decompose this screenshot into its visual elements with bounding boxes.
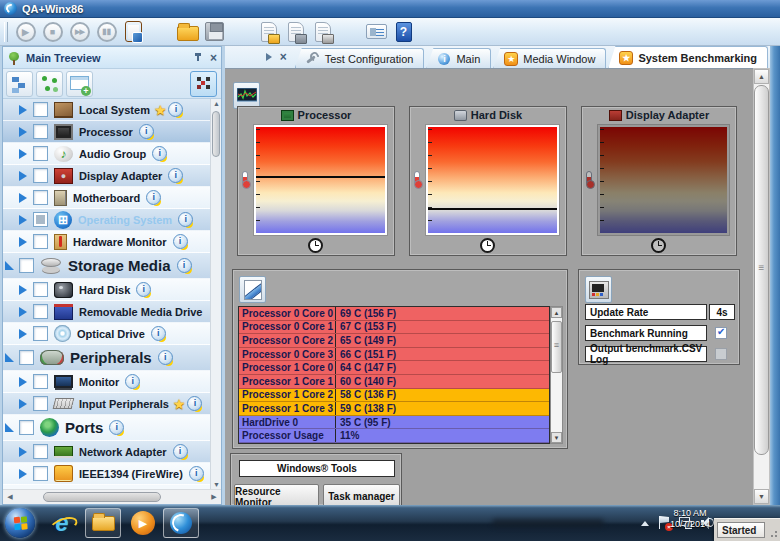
table-vertical-scrollbar[interactable]: ▲ ▼ (550, 306, 563, 444)
toolbar-grip[interactable] (4, 22, 8, 42)
tree-row[interactable]: Display Adapter (3, 165, 221, 187)
log-edit-button[interactable] (239, 276, 266, 303)
toolbar-button[interactable] (228, 19, 255, 45)
taskbar-clock[interactable]: 8:10 AM 10/7/2014 (670, 508, 710, 530)
benchmark-running-checkbox[interactable] (715, 327, 727, 339)
scroll-down-icon[interactable]: ▼ (754, 489, 769, 504)
tree-row[interactable]: Network Adapter (3, 441, 221, 463)
tab[interactable]: System Benchmarking (608, 46, 768, 68)
expand-arrow-icon[interactable] (19, 329, 28, 339)
toolbar-button[interactable]: ? (390, 19, 417, 45)
tree-checkbox[interactable] (33, 374, 48, 389)
expand-arrow-icon[interactable] (19, 447, 28, 457)
pin-icon[interactable] (192, 52, 204, 64)
toolbar-button[interactable]: ▮▮ (93, 19, 120, 45)
expand-arrow-icon[interactable] (19, 399, 28, 409)
taskbar-media-player[interactable]: ▶ (131, 511, 155, 535)
expand-arrow-icon[interactable] (5, 423, 14, 433)
tree-checkbox[interactable] (33, 234, 48, 249)
scroll-thumb[interactable] (43, 492, 161, 502)
expand-arrow-icon[interactable] (19, 149, 28, 159)
tree-checkbox[interactable] (33, 168, 48, 183)
scroll-thumb[interactable] (754, 85, 769, 455)
tree-row[interactable]: Operating System (3, 209, 221, 231)
show-hidden-icons[interactable] (641, 521, 649, 526)
tree-row[interactable]: Monitor (3, 371, 221, 393)
tab-overflow-icon[interactable] (266, 53, 272, 61)
treeview-toolbar-button[interactable] (66, 71, 93, 97)
close-panel-icon[interactable]: × (210, 52, 217, 64)
treeview-toolbar-button[interactable] (6, 71, 33, 97)
toolbar-button[interactable]: ▶▶ (66, 19, 93, 45)
tree-row[interactable]: Peripherals (3, 345, 221, 371)
tree-row[interactable]: Hardware Monitor (3, 231, 221, 253)
toolbar-button[interactable] (363, 19, 390, 45)
tab[interactable]: Test Configuration (295, 48, 425, 68)
tree-checkbox[interactable] (33, 396, 48, 411)
scroll-thumb[interactable] (551, 321, 562, 373)
tree-row[interactable]: Storage Media (3, 253, 221, 279)
expand-arrow-icon[interactable] (19, 215, 28, 225)
tree-checkbox[interactable] (33, 146, 48, 161)
scroll-left-icon[interactable]: ◀ (5, 493, 15, 501)
expand-arrow-icon[interactable] (5, 261, 14, 271)
taskbar-qa-app[interactable] (163, 508, 199, 538)
scroll-right-icon[interactable]: ▶ (209, 493, 219, 501)
taskbar-explorer[interactable] (85, 508, 121, 538)
tree-checkbox[interactable] (19, 350, 34, 365)
expand-arrow-icon[interactable] (19, 105, 28, 115)
main-vertical-scrollbar[interactable]: ▲ ▼ (753, 68, 770, 505)
toolbar-button[interactable] (201, 19, 228, 45)
scroll-up-icon[interactable]: ▲ (551, 307, 562, 318)
tab[interactable]: Media Window (493, 48, 606, 68)
scroll-up-icon[interactable]: ▲ (212, 100, 221, 107)
tree-row[interactable]: Ports (3, 415, 221, 441)
expand-arrow-icon[interactable] (19, 237, 28, 247)
tree-checkbox[interactable] (33, 124, 48, 139)
tree-checkbox[interactable] (19, 258, 34, 273)
toolbar-button[interactable]: ■ (39, 19, 66, 45)
resize-grip[interactable] (768, 528, 778, 538)
toolbar-button[interactable] (120, 19, 147, 45)
tree-row[interactable]: Hard Disk (3, 279, 221, 301)
tree-checkbox[interactable] (33, 212, 48, 227)
tree-checkbox[interactable] (33, 102, 48, 117)
tree-checkbox[interactable] (33, 326, 48, 341)
tab-close-icon[interactable]: × (280, 51, 287, 63)
start-button[interactable] (5, 508, 35, 538)
tree-checkbox[interactable] (19, 420, 34, 435)
update-rate-value[interactable]: 4s (709, 304, 735, 320)
toolbar-button[interactable] (147, 19, 174, 45)
toolbar-button[interactable] (282, 19, 309, 45)
performance-graph-button[interactable] (233, 82, 260, 109)
scroll-down-icon[interactable]: ▼ (212, 481, 221, 488)
tree-checkbox[interactable] (33, 304, 48, 319)
expand-arrow-icon[interactable] (19, 127, 28, 137)
expand-arrow-icon[interactable] (19, 469, 28, 479)
scroll-thumb[interactable] (212, 111, 220, 157)
expand-arrow-icon[interactable] (19, 285, 28, 295)
expand-arrow-icon[interactable] (5, 353, 14, 363)
tree-vertical-scrollbar[interactable]: ▲ ▼ (210, 99, 221, 489)
toolbar-button[interactable] (336, 19, 363, 45)
toolbar-button[interactable] (255, 19, 282, 45)
tree-horizontal-scrollbar[interactable]: ◀ ▶ (3, 489, 221, 504)
tree-row[interactable]: IEEE1394 (FireWire) (3, 463, 221, 485)
expand-arrow-icon[interactable] (19, 377, 28, 387)
treeview-toolbar-button[interactable] (36, 71, 63, 97)
taskbar-internet-explorer[interactable]: e (47, 508, 77, 538)
tree-checkbox[interactable] (33, 444, 48, 459)
tree-row[interactable]: Removable Media Drive (3, 301, 221, 323)
tree-checkbox[interactable] (33, 282, 48, 297)
toolbar-button[interactable] (174, 19, 201, 45)
expand-arrow-icon[interactable] (19, 171, 28, 181)
tree-checkbox[interactable] (33, 466, 48, 481)
tree-row[interactable]: Audio Group (3, 143, 221, 165)
tree-row[interactable]: Motherboard (3, 187, 221, 209)
tree-row[interactable]: Processor (3, 121, 221, 143)
expand-arrow-icon[interactable] (19, 193, 28, 203)
action-center-icon[interactable]: × (658, 516, 670, 530)
toolbar-button[interactable] (309, 19, 336, 45)
expand-arrow-icon[interactable] (19, 307, 28, 317)
treeview-toolbar-button[interactable] (190, 71, 217, 97)
